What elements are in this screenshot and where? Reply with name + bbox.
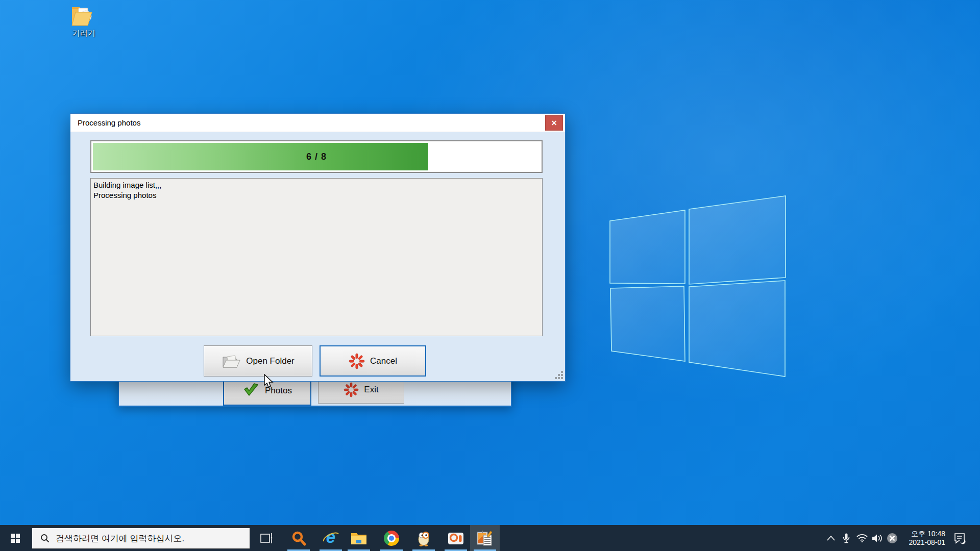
task-view-button[interactable] (252, 525, 282, 551)
close-icon: ✕ (551, 119, 557, 127)
tray-time: 오후 10:48 (911, 530, 945, 538)
microphone-icon (843, 533, 850, 543)
close-button[interactable]: ✕ (545, 115, 563, 131)
tray-chevron-button[interactable] (824, 525, 838, 551)
taskbar-app-file-explorer[interactable] (344, 525, 374, 551)
tray-date: 2021-08-01 (909, 538, 945, 547)
start-button[interactable] (0, 525, 31, 551)
desktop: 기러기 Photos Exit (0, 0, 980, 551)
chevron-up-icon (827, 536, 835, 541)
dialog-title: Processing photos (70, 118, 140, 127)
gray-x-circle-icon (887, 533, 898, 544)
open-folder-icon (222, 353, 241, 369)
resize-grip[interactable] (555, 371, 563, 379)
desktop-icon-label: 기러기 (59, 29, 108, 38)
dialog-titlebar[interactable]: Processing photos ✕ (70, 114, 565, 132)
tray-wifi[interactable] (854, 525, 870, 551)
progress-bar: 6 / 8 (90, 140, 543, 173)
log-line: Building image list,,, (93, 180, 540, 190)
photo-notepad-app-icon (476, 530, 494, 546)
orange-magnifier-app-icon (291, 531, 306, 546)
mouse-cursor (263, 374, 276, 388)
cancel-button-label: Cancel (370, 356, 397, 366)
red-starburst-icon (344, 382, 359, 397)
cancel-button[interactable]: Cancel (320, 345, 426, 377)
taskbar-app-magnifier[interactable] (284, 525, 313, 551)
taskbar-app-chrome[interactable] (377, 525, 406, 551)
search-icon (40, 534, 50, 543)
tray-clock[interactable]: 오후 10:48 2021-08-01 (900, 525, 945, 551)
speaker-icon (872, 534, 883, 543)
camera-photo-app-icon (448, 531, 464, 545)
taskbar: 검색하려면 여기에 입력하십시오. e (0, 525, 980, 551)
search-placeholder: 검색하려면 여기에 입력하십시오. (56, 533, 184, 544)
folder-with-media-icon (70, 4, 97, 28)
wifi-icon (856, 534, 868, 542)
log-line: Processing photos (93, 190, 540, 201)
taskbar-app-internet-explorer[interactable]: e (316, 525, 346, 551)
open-folder-button-label: Open Folder (246, 356, 295, 366)
windows-wallpaper-logo (587, 184, 817, 388)
taskbar-search-box[interactable]: 검색하려면 여기에 입력하십시오. (32, 528, 250, 549)
taskbar-app-penguin[interactable] (409, 525, 438, 551)
action-center-button[interactable] (950, 525, 969, 551)
tray-microphone[interactable] (839, 525, 853, 551)
chrome-icon (384, 531, 399, 546)
penguin-mascot-app-icon (416, 530, 431, 546)
log-area[interactable]: Building image list,,, Processing photos (90, 178, 543, 336)
task-view-icon (260, 533, 274, 544)
desktop-icon-folder[interactable]: 기러기 (59, 4, 108, 38)
processing-photos-dialog: Processing photos ✕ 6 / 8 Building image… (70, 113, 566, 382)
exit-button-label: Exit (364, 385, 378, 395)
progress-label: 6 / 8 (91, 141, 542, 172)
taskbar-app-photo-notepad-active[interactable] (470, 525, 500, 551)
windows-start-icon (11, 534, 20, 543)
action-center-icon (953, 532, 966, 544)
green-check-icon (242, 383, 260, 398)
open-folder-button[interactable]: Open Folder (204, 345, 312, 377)
taskbar-app-camera[interactable] (441, 525, 471, 551)
tray-speaker[interactable] (870, 525, 885, 551)
red-starburst-icon (349, 353, 365, 369)
tray-x-circle[interactable] (885, 525, 899, 551)
ie-orbit (322, 529, 340, 547)
file-explorer-icon (351, 532, 367, 545)
